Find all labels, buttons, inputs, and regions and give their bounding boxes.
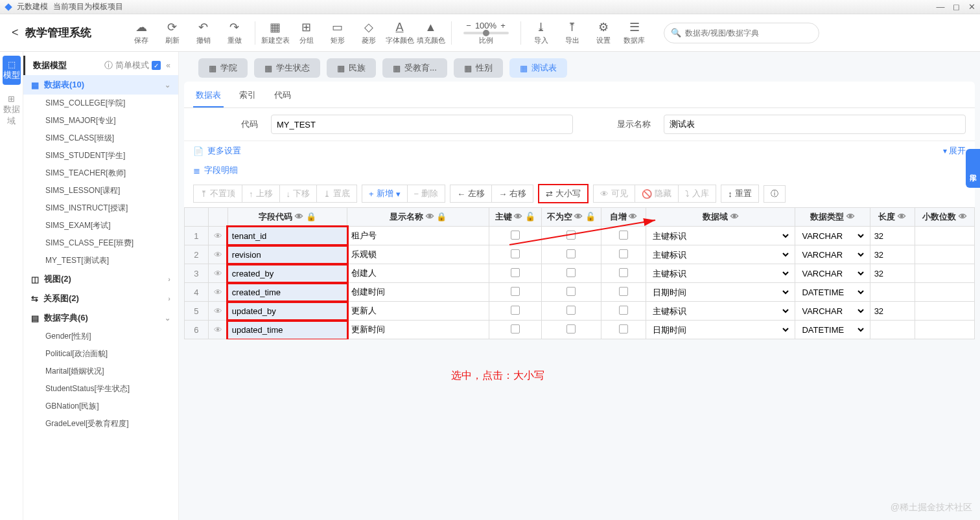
field-library-panel[interactable]: 字段库 xyxy=(966,149,980,188)
rect-button[interactable]: ▭矩形 xyxy=(323,17,353,49)
pk-checkbox[interactable] xyxy=(511,268,520,277)
export-button[interactable]: ⤒导出 xyxy=(557,17,587,49)
tab-受教育...[interactable]: ▦受教育... xyxy=(382,58,447,78)
sidebar-table-item[interactable]: SIMS_COLLEGE[学院] xyxy=(23,95,178,112)
code-input[interactable] xyxy=(271,115,573,134)
tab-学院[interactable]: ▦学院 xyxy=(198,58,248,78)
table-row[interactable]: 1👁主键标识VARCHAR xyxy=(185,227,975,245)
table-row[interactable]: 3👁主键标识VARCHAR xyxy=(185,264,975,283)
tool-top[interactable]: ⤒不置顶 xyxy=(193,185,242,203)
sidebar-dict-item[interactable]: Gender[性别] xyxy=(23,328,178,345)
tool-delete[interactable]: −删除 xyxy=(407,185,446,203)
type-select[interactable]: VARCHAR xyxy=(799,249,865,260)
search-input[interactable] xyxy=(685,28,812,38)
field-name-input[interactable] xyxy=(351,288,485,297)
fill-color-button[interactable]: ▲填充颜色 xyxy=(416,17,446,49)
type-select[interactable]: DATETIME xyxy=(799,287,865,298)
tree-relations[interactable]: ⇆关系图(2)› xyxy=(23,289,178,308)
notnull-checkbox[interactable] xyxy=(566,268,576,277)
notnull-checkbox[interactable] xyxy=(566,324,576,333)
domain-select[interactable]: 主键标识 xyxy=(650,268,791,279)
pk-checkbox[interactable] xyxy=(511,324,520,333)
tree-views[interactable]: ◫视图(2)› xyxy=(23,269,178,289)
auto-checkbox[interactable] xyxy=(619,287,628,296)
field-name-input[interactable] xyxy=(351,269,485,278)
tab-性别[interactable]: ▦性别 xyxy=(454,58,503,78)
pk-checkbox[interactable] xyxy=(511,231,520,240)
tool-store[interactable]: ⤵入库 xyxy=(678,185,716,203)
scale-input[interactable] xyxy=(919,306,970,316)
sidebar-table-item[interactable]: SIMS_STUDENT[学生] xyxy=(23,147,178,164)
auto-checkbox[interactable] xyxy=(619,268,628,277)
len-input[interactable] xyxy=(874,269,911,278)
tool-reset[interactable]: ↕重置 xyxy=(721,185,759,203)
table-row[interactable]: 6👁日期时间DATETIME xyxy=(185,321,975,339)
redo-button[interactable]: ↷重做 xyxy=(220,17,250,49)
auto-checkbox[interactable] xyxy=(619,306,628,315)
sidebar-table-item[interactable]: SIMS_TEACHER[教师] xyxy=(23,164,178,182)
sidebar-table-item[interactable]: SIMS_EXAM[考试] xyxy=(23,217,178,234)
scale-input[interactable] xyxy=(919,288,970,297)
more-settings[interactable]: 📄更多设置 ▾ 展开 xyxy=(184,141,975,161)
tree-tables[interactable]: ▦ 数据表(10)⌄ xyxy=(23,75,178,95)
refresh-button[interactable]: ⟳刷新 xyxy=(158,17,187,49)
tab-测试表[interactable]: ▦测试表 xyxy=(509,58,567,78)
subtab-index[interactable]: 索引 xyxy=(237,84,259,107)
pk-checkbox[interactable] xyxy=(511,287,520,296)
sidebar-collapse[interactable]: « xyxy=(166,61,170,70)
notnull-checkbox[interactable] xyxy=(566,306,576,315)
new-table-button[interactable]: ▦新建空表 xyxy=(261,17,290,49)
sidebar-dict-item[interactable]: GBNation[民族] xyxy=(23,398,178,415)
back-button[interactable]: < xyxy=(6,26,24,40)
domain-select[interactable]: 主键标识 xyxy=(650,306,791,317)
type-select[interactable]: DATETIME xyxy=(799,324,865,335)
sidebar-table-item[interactable]: SIMS_CLASS_FEE[班费] xyxy=(23,234,178,252)
auto-checkbox[interactable] xyxy=(619,231,628,240)
auto-checkbox[interactable] xyxy=(619,324,628,333)
notnull-checkbox[interactable] xyxy=(566,287,576,296)
len-input[interactable] xyxy=(874,231,911,241)
rail-domain[interactable]: ⊞数据域 xyxy=(3,90,21,131)
tool-down[interactable]: ↓下移 xyxy=(279,185,318,203)
save-button[interactable]: ☁保存 xyxy=(126,17,156,49)
table-row[interactable]: 2👁主键标识VARCHAR xyxy=(185,245,975,264)
sidebar-table-item[interactable]: SIMS_MAJOR[专业] xyxy=(23,112,178,130)
sidebar-table-item[interactable]: SIMS_INSTRUCT[授课] xyxy=(23,199,178,217)
field-code-input[interactable] xyxy=(232,288,343,297)
minimize-button[interactable]: — xyxy=(936,3,945,12)
notnull-checkbox[interactable] xyxy=(566,231,576,240)
field-code-input[interactable] xyxy=(232,325,343,335)
len-input[interactable] xyxy=(874,325,911,335)
sidebar-dict-item[interactable]: StudentStatus[学生状态] xyxy=(23,380,178,398)
split-button[interactable]: ⊞分组 xyxy=(292,17,321,49)
diamond-button[interactable]: ◇菱形 xyxy=(354,17,384,49)
field-code-input[interactable] xyxy=(232,231,343,241)
subtab-datatable[interactable]: 数据表 xyxy=(193,84,224,107)
subtab-code[interactable]: 代码 xyxy=(272,84,294,107)
field-code-input[interactable] xyxy=(232,269,343,278)
tool-right[interactable]: →右移 xyxy=(491,185,533,203)
tool-add[interactable]: +新增▾ xyxy=(362,185,408,203)
sidebar-dict-item[interactable]: Marital[婚姻状况] xyxy=(23,363,178,380)
sidebar-dict-item[interactable]: Political[政治面貌] xyxy=(23,345,178,363)
scale-input[interactable] xyxy=(919,269,970,278)
tool-visible[interactable]: 👁可见 xyxy=(593,185,635,203)
table-row[interactable]: 5👁主键标识VARCHAR xyxy=(185,302,975,321)
maximize-button[interactable]: ◻ xyxy=(951,3,961,12)
type-select[interactable]: VARCHAR xyxy=(799,231,865,242)
field-name-input[interactable] xyxy=(351,306,485,316)
zoom-control[interactable]: −100%+ 比例 xyxy=(457,21,515,45)
domain-select[interactable]: 日期时间 xyxy=(650,324,791,335)
domain-select[interactable]: 日期时间 xyxy=(650,287,791,298)
field-code-input[interactable] xyxy=(232,306,343,316)
settings-button[interactable]: ⚙设置 xyxy=(589,17,618,49)
import-button[interactable]: ⤓导入 xyxy=(526,17,556,49)
font-color-button[interactable]: A字体颜色 xyxy=(385,17,415,49)
tool-bottom[interactable]: ⤓置底 xyxy=(316,185,357,203)
scale-input[interactable] xyxy=(919,250,970,260)
tool-case[interactable]: ⇄大小写 xyxy=(538,184,589,203)
table-row[interactable]: 4👁日期时间DATETIME xyxy=(185,283,975,302)
len-input[interactable] xyxy=(874,288,911,297)
close-button[interactable]: ✕ xyxy=(967,3,976,12)
sidebar-table-item[interactable]: SIMS_CLASS[班级] xyxy=(23,130,178,147)
